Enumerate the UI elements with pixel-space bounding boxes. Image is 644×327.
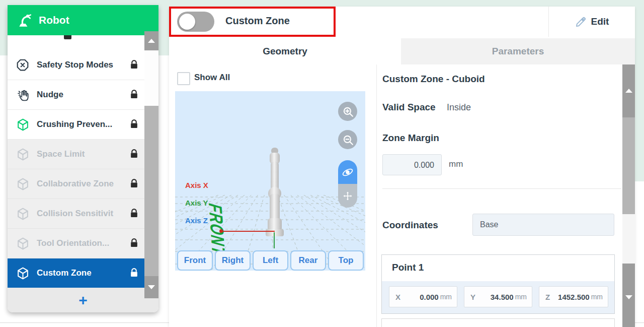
cube-icon [16,207,30,221]
cube-icon [16,266,30,280]
point1-fields-row: X 0.000 mm Y 34.500 mm Z 1452.500 mm [382,281,614,313]
zoom-in-button[interactable] [338,102,357,121]
coordinates-select[interactable]: Base [472,214,614,236]
sidebar: Robot Safety Stop Modes Nudge Crushing P… [8,5,158,312]
view-front-button[interactable]: Front [177,250,213,271]
scrollbar-thumb[interactable] [144,106,158,276]
lock-icon [130,178,138,189]
point1-x-field[interactable]: X 0.000 mm [389,286,457,307]
main-panel: Custom Zone Edit Geometry Parameters Sho… [169,7,635,327]
view-right-button[interactable]: Right [215,250,251,271]
zoom-out-icon [342,134,354,146]
background-band-right [635,0,644,181]
robot-arm-icon [16,13,33,28]
lock-icon [130,238,138,249]
point2-card-clipped [381,318,615,327]
cube-icon [16,236,30,250]
custom-zone-toggle[interactable] [177,12,214,32]
edit-button[interactable]: Edit [549,7,635,37]
add-zone-button[interactable]: + [8,288,158,312]
cube-icon [16,177,30,191]
sidebar-item-tool-orientation[interactable]: Tool Orientation... [8,229,144,258]
sidebar-item-custom-zone[interactable]: Custom Zone [8,258,144,288]
sidebar-item-safety-stop-modes[interactable]: Safety Stop Modes [8,50,144,80]
valid-space-value: Inside [447,102,471,113]
toggle-knob [179,14,195,30]
lock-icon [130,208,138,219]
stop-icon [16,58,30,72]
point1-z-field[interactable]: Z 1452.500 mm [539,286,608,307]
zone-margin-label: Zone Margin [382,133,439,144]
valid-space-label: Valid Space [382,102,436,113]
tab-parameters[interactable]: Parameters [401,38,635,64]
lock-icon [130,89,138,100]
viewport-3d[interactable]: Axis X Axis Y Axis Z FRONT [175,91,365,271]
toggle-label: Custom Zone [225,15,290,27]
scroll-down-button[interactable] [144,276,158,298]
point1-card: Point 1 X 0.000 mm Y 34.500 mm Z 1452.50… [381,254,615,314]
axis-x-line [221,231,275,232]
sidebar-item-collision-sensitivity[interactable]: Collision Sensitivit [8,199,144,229]
scroll-up-button[interactable] [144,31,158,50]
scroll-down-button[interactable] [622,264,635,327]
coordinates-label: Coordinates [382,220,438,231]
show-all-checkbox[interactable] [177,72,190,85]
view-left-button[interactable]: Left [253,250,288,271]
axis-x-dot [219,229,223,233]
axis-z-label: Axis Z [185,216,208,225]
view-top-button[interactable]: Top [328,250,364,271]
content-divider [376,64,377,327]
rotate-view-button[interactable] [338,160,357,184]
sidebar-item-crushing-prevention[interactable]: Crushing Preven... [8,110,144,140]
lock-icon-fragment [64,35,71,39]
pan-view-button[interactable] [338,184,357,208]
zoom-in-icon [342,105,354,117]
lock-icon [130,119,138,130]
lock-icon [130,59,138,71]
axis-x-label: Axis X [185,181,208,189]
scrollbar-thumb[interactable] [622,117,635,214]
cube-icon [16,117,30,132]
cube-icon [16,147,30,161]
sidebar-scrollbar [144,31,158,298]
pan-arrows-icon [342,190,354,202]
view-rear-button[interactable]: Rear [290,250,326,271]
plus-icon: + [78,293,88,308]
app-window: Robot Safety Stop Modes Nudge Crushing P… [0,0,644,327]
point1-title: Point 1 [392,262,424,273]
section-divider [382,188,621,189]
panel-scrollbar [622,64,635,327]
sidebar-item-space-limit[interactable]: Space Limit [8,140,144,169]
pencil-icon [575,16,587,28]
sidebar-item-nudge[interactable]: Nudge [8,80,144,110]
sidebar-item-partial [8,35,144,51]
lock-icon [130,268,138,279]
sidebar-title: Robot [39,14,69,26]
scroll-up-button[interactable] [622,64,635,117]
axis-y-line [274,232,275,248]
sidebar-header: Robot [8,5,158,35]
zone-margin-input[interactable]: 0.000 [382,154,442,175]
zoom-out-button[interactable] [338,130,357,149]
zone-margin-unit: mm [449,159,463,169]
orbit-icon [341,166,354,179]
scrollbar-track[interactable] [622,214,635,264]
sidebar-item-collaborative-zone[interactable]: Collaborative Zone [8,169,144,199]
point1-y-field[interactable]: Y 34.500 mm [464,286,532,307]
lock-icon [130,149,138,160]
hand-icon [16,88,30,102]
tab-geometry[interactable]: Geometry [169,38,401,64]
zone-title: Custom Zone - Cuboid [382,74,485,85]
show-all-label: Show All [194,73,230,83]
